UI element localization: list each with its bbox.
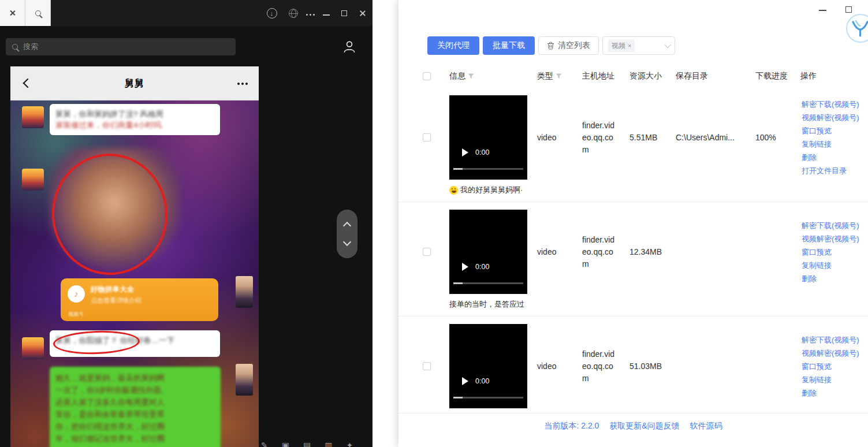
toolbar-icon[interactable]: ✎ bbox=[261, 441, 268, 447]
video-message-thumbnail[interactable] bbox=[236, 364, 253, 396]
row-checkbox[interactable] bbox=[423, 248, 431, 256]
play-icon[interactable] bbox=[462, 148, 468, 157]
blurred-text: 她久，就是舅妈，最美的舅妈啊 bbox=[55, 372, 215, 384]
op-window-preview[interactable]: 窗口预览 bbox=[802, 245, 868, 259]
maximize-button[interactable] bbox=[845, 6, 852, 13]
video-thumbnail[interactable]: 0:00 bbox=[449, 95, 527, 180]
mini-program-card[interactable]: ♪ 好物拼单大全 点击查看详情介绍 视频号 bbox=[61, 278, 218, 321]
header-progress: 下载进度 bbox=[746, 71, 791, 81]
avatar[interactable] bbox=[22, 106, 44, 128]
info-cell: 0:00 我的好舅舅舅妈啊· bbox=[440, 95, 528, 196]
table-row: 0:00 我的好舅舅舅妈啊· video finder.video.qq.com… bbox=[398, 88, 868, 202]
op-copy-link[interactable]: 复制链接 bbox=[802, 373, 868, 386]
video-thumbnail[interactable]: 0:00 bbox=[449, 324, 527, 408]
bottom-toolbar: ✎ ▣ ▤ ▥ ✦ bbox=[261, 441, 353, 447]
op-window-preview[interactable]: 窗口预览 bbox=[802, 124, 868, 137]
trash-icon bbox=[547, 42, 554, 50]
video-thumbnail[interactable]: 0:00 bbox=[449, 210, 527, 294]
close-icon bbox=[9, 10, 16, 16]
video-time: 0:00 bbox=[475, 263, 489, 271]
blurred-text: 你，把你们现这些养大，好过圈 bbox=[55, 420, 215, 433]
blurred-text: 算你，是你和余辈泰养琴培受界 bbox=[55, 408, 215, 420]
downloader-window: 关闭代理 批量下载 清空列表 视频 × 信息 类型 主机地址 资源大小 保存目录 bbox=[398, 0, 868, 447]
op-decrypt-download[interactable]: 解密下载(视频号) bbox=[802, 333, 868, 347]
host-cell: finder.video.qq.com bbox=[573, 95, 620, 180]
source-code-link[interactable]: 软件源码 bbox=[690, 421, 722, 430]
op-delete[interactable]: 删除 bbox=[802, 151, 868, 164]
play-icon[interactable] bbox=[462, 263, 468, 271]
scroll-down-icon[interactable] bbox=[343, 238, 351, 246]
toolbar-icon[interactable]: ✦ bbox=[346, 441, 353, 447]
video-scrubber[interactable] bbox=[453, 282, 523, 284]
chat-title: 舅舅 bbox=[10, 77, 259, 90]
search-input[interactable]: 搜索 bbox=[6, 38, 236, 55]
header-type[interactable]: 类型 bbox=[528, 71, 573, 81]
globe-icon[interactable] bbox=[289, 9, 298, 18]
op-copy-link[interactable]: 复制链接 bbox=[802, 259, 868, 272]
batch-download-button[interactable]: 批量下载 bbox=[483, 36, 535, 55]
wechat-window: ↓ 搜索 舅舅 舅舅，你和舅妈拼了没? 风格周 家装修过来，你们商量4小时吗. bbox=[0, 0, 372, 447]
op-decrypt-download[interactable]: 解密下载(视频号) bbox=[802, 219, 868, 232]
clear-list-button[interactable]: 清空列表 bbox=[538, 36, 599, 55]
op-video-decrypt[interactable]: 视频解密(视频号) bbox=[802, 111, 868, 124]
type-filter-select[interactable]: 视频 × bbox=[602, 36, 675, 55]
type-cell: video bbox=[528, 95, 573, 180]
update-feedback-link[interactable]: 获取更新&问题反馈 bbox=[609, 421, 679, 430]
blurred-text: 还原人家了没多久你每周要对人 bbox=[55, 396, 215, 408]
row-checkbox[interactable] bbox=[423, 133, 431, 141]
scroll-control[interactable] bbox=[337, 210, 357, 258]
op-open-folder[interactable]: 打开文件目录 bbox=[802, 164, 868, 177]
toolbar-icon[interactable]: ▣ bbox=[282, 441, 289, 447]
video-scrubber[interactable] bbox=[453, 168, 523, 170]
info-cell: 0:00 bbox=[440, 324, 528, 408]
search-icon bbox=[35, 10, 41, 16]
op-window-preview[interactable]: 窗口预览 bbox=[802, 360, 868, 373]
close-button[interactable] bbox=[359, 9, 367, 17]
minimize-button[interactable] bbox=[819, 10, 826, 11]
contacts-icon[interactable] bbox=[342, 39, 357, 54]
op-decrypt-download[interactable]: 解密下载(视频号) bbox=[802, 98, 868, 111]
op-delete[interactable]: 删除 bbox=[802, 272, 868, 285]
filter-tag-label: 视频 bbox=[612, 41, 625, 51]
header-host: 主机地址 bbox=[573, 71, 620, 81]
scroll-up-icon[interactable] bbox=[343, 222, 351, 230]
download-icon[interactable]: ↓ bbox=[267, 8, 277, 18]
more-icon[interactable] bbox=[310, 14, 312, 16]
size-cell: 5.51MB bbox=[620, 95, 666, 180]
filter-tag: 视频 × bbox=[608, 39, 635, 52]
filter-icon[interactable] bbox=[468, 73, 474, 79]
video-message-thumbnail[interactable] bbox=[236, 276, 253, 308]
play-icon[interactable] bbox=[462, 377, 468, 385]
video-scrubber[interactable] bbox=[453, 397, 523, 398]
maximize-button[interactable] bbox=[341, 10, 347, 16]
card-subtitle: 点击查看详情介绍 bbox=[91, 296, 211, 305]
avatar[interactable] bbox=[22, 169, 44, 191]
download-table: 信息 类型 主机地址 资源大小 保存目录 下载进度 操作 0:00 我的 bbox=[398, 65, 868, 414]
toolbar-icon[interactable]: ▥ bbox=[325, 441, 332, 447]
op-copy-link[interactable]: 复制链接 bbox=[802, 137, 868, 151]
avatar[interactable] bbox=[22, 337, 44, 359]
dir-cell bbox=[666, 210, 746, 294]
tab-search[interactable] bbox=[25, 0, 51, 26]
header-info[interactable]: 信息 bbox=[440, 71, 528, 81]
clear-list-label: 清空列表 bbox=[558, 40, 590, 51]
blurred-text: 舅舅，你和舅妈拼了没? 风格周 bbox=[55, 109, 214, 120]
tag-close-icon[interactable]: × bbox=[628, 42, 631, 49]
op-video-decrypt[interactable]: 视频解密(视频号) bbox=[802, 232, 868, 245]
progress-cell bbox=[746, 324, 791, 408]
close-proxy-button[interactable]: 关闭代理 bbox=[427, 36, 479, 55]
table-header: 信息 类型 主机地址 资源大小 保存目录 下载进度 操作 bbox=[398, 65, 868, 88]
filter-icon[interactable] bbox=[556, 73, 562, 79]
header-size: 资源大小 bbox=[620, 71, 666, 81]
toolbar-icon[interactable]: ▤ bbox=[303, 441, 311, 447]
progress-cell: 100% bbox=[746, 95, 791, 180]
op-delete[interactable]: 删除 bbox=[802, 386, 868, 400]
row-checkbox[interactable] bbox=[423, 362, 431, 370]
op-video-decrypt[interactable]: 视频解密(视频号) bbox=[802, 347, 868, 360]
tab-close[interactable] bbox=[0, 0, 25, 26]
app-footer: 当前版本: 2.2.0 获取更新&问题反馈 软件源码 bbox=[398, 413, 868, 431]
chat-more-icon[interactable] bbox=[241, 83, 244, 85]
video-caption: 我的好舅舅舅妈啊· bbox=[449, 184, 528, 196]
minimize-button[interactable] bbox=[323, 14, 330, 16]
select-all-checkbox[interactable] bbox=[423, 72, 431, 80]
